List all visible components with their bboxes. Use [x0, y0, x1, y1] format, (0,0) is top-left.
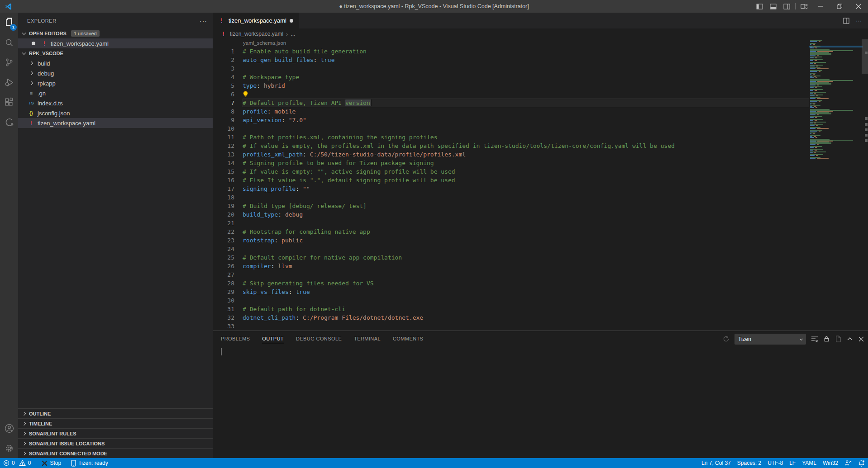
code-line[interactable]: 16# Else If value is ".", default signin… — [213, 176, 868, 184]
lightbulb-icon[interactable] — [243, 91, 248, 98]
code-line[interactable]: 24 — [213, 245, 868, 253]
section-outline[interactable]: OUTLINE — [18, 408, 213, 418]
panel-tab-terminal[interactable]: TERMINAL — [354, 331, 381, 347]
tree-item-build[interactable]: build — [18, 58, 213, 68]
panel-tab-comments[interactable]: COMMENTS — [393, 331, 423, 347]
section-sonarlint-issue-locations[interactable]: SONARLINT ISSUE LOCATIONS — [18, 438, 213, 448]
code-line[interactable]: 5type: hybrid — [213, 81, 868, 90]
workspace-root-header[interactable]: RPK_VSCODE — [18, 48, 213, 58]
tab-tizen-workspace-yaml[interactable]: tizen_workspace.yaml — [213, 13, 299, 28]
code-line[interactable]: 13profiles_xml_path: C:/50/tizen-studio-… — [213, 150, 868, 159]
activity-explorer-icon[interactable]: 1 — [0, 13, 18, 33]
code-line[interactable]: 1# Enable auto build file generation — [213, 47, 868, 56]
code-line[interactable]: 10 — [213, 124, 868, 133]
editor-more-actions-icon[interactable]: ··· — [856, 17, 862, 24]
platform[interactable]: Win32 — [820, 458, 841, 468]
section-sonarlint-rules[interactable]: SONARLINT RULES — [18, 428, 213, 438]
scrollbar-handle[interactable] — [862, 39, 868, 74]
code-line[interactable]: 20build_type: debug — [213, 210, 868, 219]
code-line[interactable]: 6 — [213, 90, 868, 99]
tree-item--gn[interactable]: ≡.gn — [18, 88, 213, 98]
code-line[interactable]: 29skip_vs_files: true — [213, 288, 868, 296]
refresh-icon[interactable] — [723, 336, 730, 342]
panel-tab-problems[interactable]: PROBLEMS — [221, 331, 250, 347]
close-window-button[interactable] — [849, 0, 868, 13]
activity-extensions-icon[interactable] — [0, 92, 18, 112]
minimize-button[interactable] — [811, 0, 830, 13]
split-editor-icon[interactable] — [843, 18, 849, 24]
minimap[interactable] — [810, 40, 861, 160]
notifications-bell-icon[interactable] — [855, 458, 868, 468]
toggle-secondary-sidebar-icon[interactable] — [780, 0, 793, 13]
code-line[interactable]: 30 — [213, 296, 868, 305]
activity-source-control-icon[interactable] — [0, 52, 18, 72]
breadcrumb-file[interactable]: tizen_workspace.yaml — [230, 31, 283, 37]
code-line[interactable]: 19# Build type [debug/ release/ test] — [213, 202, 868, 210]
problems-status[interactable]: 0 0 — [0, 458, 34, 468]
output-channel-select[interactable]: Tizen — [734, 334, 806, 345]
restore-button[interactable] — [830, 0, 849, 13]
sidebar-more-actions-icon[interactable]: ··· — [200, 17, 207, 24]
tree-item-debug[interactable]: debug — [18, 68, 213, 78]
panel-tab-debug-console[interactable]: DEBUG CONSOLE — [296, 331, 342, 347]
language-mode[interactable]: YAML — [799, 458, 820, 468]
feedback-icon[interactable] — [841, 458, 855, 468]
activity-settings-icon[interactable] — [0, 438, 18, 458]
code-line[interactable]: 7# Default profile, Tizen API version — [213, 99, 868, 107]
yaml-schema-codelens[interactable]: yaml_schema.json — [213, 39, 868, 47]
toggle-primary-sidebar-icon[interactable] — [753, 0, 766, 13]
clear-output-icon[interactable] — [811, 336, 818, 343]
customize-layout-icon[interactable] — [797, 0, 811, 13]
code-line[interactable]: 12# If value is empty, the profiles.xml … — [213, 142, 868, 150]
code-line[interactable]: 14# Signing profile to be used for Tizen… — [213, 159, 868, 167]
code-line[interactable]: 28# Skip generating files needed for VS — [213, 279, 868, 288]
code-line[interactable]: 21 — [213, 219, 868, 227]
code-line[interactable]: 18 — [213, 193, 868, 202]
activity-search-icon[interactable] — [0, 33, 18, 52]
code-line[interactable]: 9api_version: "7.0" — [213, 116, 868, 124]
panel-tab-output[interactable]: OUTPUT — [262, 331, 284, 347]
section-timeline[interactable]: TIMELINE — [18, 418, 213, 428]
code-line[interactable]: 33 — [213, 322, 868, 331]
open-editor-item[interactable]: tizen_workspace.yaml — [18, 38, 213, 48]
output-content[interactable] — [213, 347, 868, 458]
open-output-in-editor-icon[interactable] — [835, 336, 842, 342]
toggle-panel-icon[interactable] — [766, 0, 780, 13]
lock-autoscroll-icon[interactable] — [823, 336, 830, 342]
tree-item-jsconfig-json[interactable]: {}jsconfig.json — [18, 108, 213, 118]
code-line[interactable]: 15# If value is empty: "", active signin… — [213, 167, 868, 176]
code-line[interactable]: 23rootstrap: public — [213, 236, 868, 245]
close-panel-icon[interactable] — [858, 336, 864, 342]
activity-account-icon[interactable] — [0, 418, 18, 438]
breadcrumb-more[interactable]: ... — [291, 31, 295, 37]
maximize-panel-icon[interactable] — [847, 336, 853, 342]
tree-item-index-d-ts[interactable]: TSindex.d.ts — [18, 98, 213, 108]
activity-run-debug-icon[interactable] — [0, 72, 18, 92]
modified-dot-icon[interactable] — [290, 19, 293, 23]
code-line[interactable]: 25# Default compiler for native app comp… — [213, 253, 868, 262]
code-line[interactable]: 4# Workspace type — [213, 73, 868, 81]
code-line[interactable]: 32dotnet_cli_path: C:/Program Files/dotn… — [213, 313, 868, 322]
tizen-stop-button[interactable]: Stop — [38, 458, 64, 468]
tree-item-tizen-workspace-yaml[interactable]: tizen_workspace.yaml — [18, 118, 213, 128]
cursor-position[interactable]: Ln 7, Col 37 — [698, 458, 734, 468]
code-editor[interactable]: yaml_schema.json 1# Enable auto build fi… — [213, 39, 868, 331]
activity-sonarlint-icon[interactable] — [0, 112, 18, 132]
indentation[interactable]: Spaces: 2 — [734, 458, 764, 468]
code-line[interactable]: 17signing_profile: "" — [213, 184, 868, 193]
tizen-ready-status[interactable]: Tizen: ready — [68, 458, 111, 468]
code-line[interactable]: 3 — [213, 64, 868, 73]
open-editors-header[interactable]: OPEN EDITORS 1 unsaved — [18, 28, 213, 38]
code-line[interactable]: 22# Rootstrap for compiling native app — [213, 227, 868, 236]
code-line[interactable]: 31# Default path for dotnet-cli — [213, 305, 868, 313]
code-line[interactable]: 26compiler: llvm — [213, 262, 868, 270]
tree-item-rpkapp[interactable]: rpkapp — [18, 78, 213, 88]
code-line[interactable]: 11# Path of profiles.xml, containing the… — [213, 133, 868, 142]
code-line[interactable]: 8profile: mobile — [213, 107, 868, 116]
code-line[interactable]: 27 — [213, 270, 868, 279]
editor-scrollbar[interactable] — [862, 39, 868, 331]
section-sonarlint-connected-mode[interactable]: SONARLINT CONNECTED MODE — [18, 448, 213, 458]
encoding[interactable]: UTF-8 — [764, 458, 786, 468]
eol[interactable]: LF — [786, 458, 799, 468]
code-line[interactable]: 2auto_gen_build_files: true — [213, 56, 868, 64]
